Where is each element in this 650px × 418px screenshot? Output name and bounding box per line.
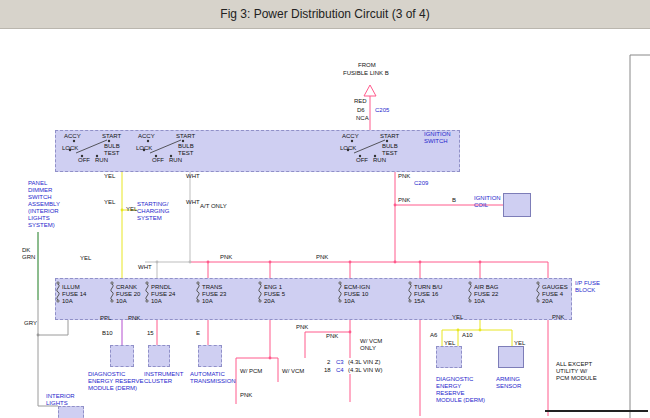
fuse-symbol-icon: [111, 284, 113, 300]
fuse-terminal-icon: [111, 300, 113, 302]
fuse-name-label: GAUGES: [542, 284, 568, 291]
interior-lights-label: INTERIOR LIGHTS: [46, 393, 75, 407]
wire-junction-dot: [156, 261, 159, 264]
wire-color-yel: YEL: [104, 173, 115, 180]
fuse-number-label: FUSE 23: [202, 291, 226, 298]
wire-junction-dot: [269, 357, 272, 360]
wire-color-pnk: PNK: [552, 314, 564, 321]
wire-color-wht: WHT: [186, 173, 200, 180]
connector-c3-link[interactable]: C3: [336, 359, 344, 366]
pin-18: 18: [324, 367, 331, 374]
wire-junction-dot: [419, 261, 422, 264]
wire-junction-dot: [394, 261, 397, 264]
ignition-lock-label: LOCK: [136, 145, 152, 152]
ignition-off-label: OFF: [152, 157, 164, 164]
wire-color-pnk: PNK: [128, 315, 140, 322]
fuse-number-label: FUSE 10: [344, 291, 368, 298]
figure-title: Fig 3: Power Distribution Circuit (3 of …: [220, 7, 429, 21]
fuse-terminal-icon: [111, 282, 113, 284]
vin-z-note: (4.3L VIN Z): [348, 359, 380, 366]
fuse-name-label: ECM-IGN: [344, 284, 370, 291]
fuse-number-label: FUSE 22: [474, 291, 498, 298]
fuse-terminal-icon: [197, 300, 199, 302]
fuse-symbol-icon: [469, 284, 471, 300]
wire-color-yel: YEL: [444, 340, 455, 347]
fuse-name-label: CRANK: [116, 284, 137, 291]
connector-c205-link[interactable]: C205: [375, 107, 389, 114]
fusible-link-label: FUSIBLE LINK B: [343, 70, 389, 77]
fuse-number-label: FUSE 4: [542, 291, 563, 298]
fuse-number-label: FUSE 5: [264, 291, 285, 298]
fuse-terminal-icon: [469, 282, 471, 284]
pin-a6: A6: [430, 332, 437, 339]
wire-junction-dot: [349, 331, 352, 334]
derm-label: DIAGNOSTIC ENERGY RESERVE MODULE (DERM): [88, 371, 143, 392]
instrument-cluster-label: INSTRUMENT CLUSTER: [144, 371, 183, 385]
all-except-note: ALL EXCEPT UTILITY W/ PCM MODULE: [556, 361, 597, 382]
fuse-terminal-icon: [537, 282, 539, 284]
connector-c209-link[interactable]: C209: [414, 180, 428, 187]
pin-e: E: [196, 330, 200, 337]
automatic-transmission-label: AUTOMATIC TRANSMISSION: [190, 371, 236, 385]
from-label: FROM: [358, 62, 376, 69]
pin-2: 2: [327, 359, 330, 366]
wire-color-yel: YEL: [514, 340, 525, 347]
wiring-diagram-canvas: FROMFUSIBLE LINK BREDD6C205NCAIGNITION S…: [0, 0, 650, 418]
wire-junction-dot: [207, 261, 210, 264]
ignition-start-label: START: [176, 133, 195, 140]
ignition-coil-label: IGNITION COIL: [474, 195, 501, 209]
fuse-name-label: TURN B/U: [414, 284, 442, 291]
fuse-name-label: AIR BAG: [474, 284, 498, 291]
wire-color-pnk: PNK: [240, 392, 252, 399]
fuse-symbol-icon: [146, 284, 148, 300]
connector-c4-link[interactable]: C4: [336, 367, 344, 374]
fuse-terminal-icon: [259, 300, 261, 302]
fuse-name-label: ENG 1: [264, 284, 282, 291]
wire-junction-dot: [269, 261, 272, 264]
fuse-name-label: TRANS: [202, 284, 222, 291]
wire-color-wht: WHT: [186, 199, 200, 206]
wire-color-yel: YEL: [104, 199, 115, 206]
fuse-terminal-icon: [146, 300, 148, 302]
switch-contact-icon: [73, 140, 75, 142]
fuse-symbol-icon: [197, 284, 199, 300]
wire-junction-dot: [394, 204, 397, 207]
wire-layer: [0, 0, 650, 418]
fuse-terminal-icon: [409, 300, 411, 302]
starting-charging-label: STARTING/ CHARGING SYSTEM: [137, 201, 169, 222]
fuse-symbol-icon: [409, 284, 411, 300]
pin-b10: B10: [102, 330, 113, 337]
nca-label: NCA: [356, 115, 369, 122]
ignition-accy-label: ACCY: [138, 133, 155, 140]
ignition-bulb-test-label: BULB TEST: [104, 143, 120, 157]
ignition-off-label: OFF: [78, 157, 90, 164]
ignition-accy-label: ACCY: [342, 133, 359, 140]
fuse-amp-label: 20A: [542, 298, 553, 305]
w-vcm-label: W/ VCM: [282, 368, 304, 375]
pin-a10: A10: [462, 332, 473, 339]
fuse-amp-label: 10A: [202, 298, 213, 305]
ignition-lock-label: LOCK: [62, 145, 78, 152]
at-only-label: A/T ONLY: [200, 203, 227, 210]
switch-lever-icon: [150, 140, 181, 153]
fuse-terminal-icon: [146, 282, 148, 284]
fuse-number-label: FUSE 20: [116, 291, 140, 298]
ignition-start-label: START: [102, 133, 121, 140]
fuse-amp-label: 10A: [344, 298, 355, 305]
ignition-off-label: OFF: [356, 157, 368, 164]
vin-w-note: (4.3L VIN W): [348, 367, 382, 374]
ignition-start-label: START: [380, 133, 399, 140]
fuse-symbol-icon: [339, 284, 341, 300]
wire-color-pnk: PNK: [398, 173, 410, 180]
ignition-bulb-test-label: BULB TEST: [178, 143, 194, 157]
wire-junction-dot: [121, 209, 124, 212]
fuse-name-label: ILLUM: [62, 284, 80, 291]
w-vcm-only-label: W/ VCM ONLY: [360, 338, 382, 352]
wire-junction-dot: [479, 261, 482, 264]
fuse-amp-label: 10A: [116, 298, 127, 305]
switch-contact-icon: [386, 140, 388, 142]
pin-d6: D6: [357, 107, 365, 114]
switch-contact-icon: [147, 140, 149, 142]
pin-b: B: [452, 197, 456, 204]
ignition-run-label: RUN: [95, 157, 108, 164]
